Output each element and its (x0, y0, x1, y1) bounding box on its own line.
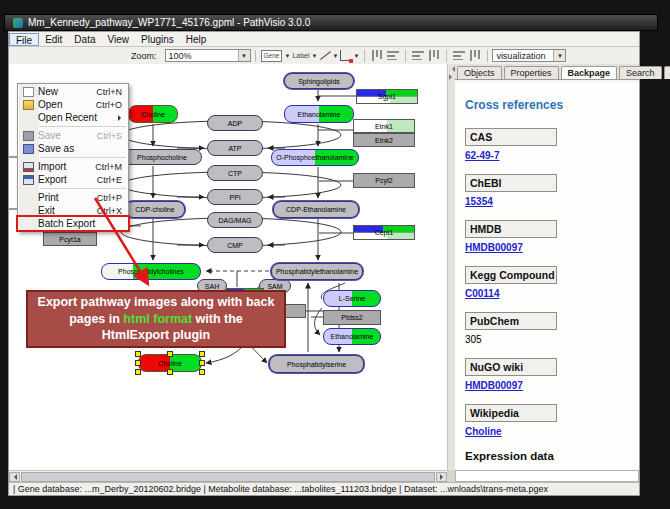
node-o-phosphoethanolamine[interactable]: O-Phosphoethanolamine (271, 149, 359, 166)
node-l-serine[interactable]: L-Serine (323, 290, 381, 307)
collapse-right-icon[interactable] (449, 74, 455, 80)
line-icon (319, 50, 330, 61)
node-pcyt1a[interactable]: Pcyt1a (43, 232, 97, 246)
node-cept1[interactable]: Cept1 (353, 225, 415, 240)
file-menu-item-open[interactable]: OpenCtrl+O (18, 98, 128, 111)
node-cdp-choline[interactable]: CDP-choline (125, 201, 185, 218)
visualization-combobox[interactable]: visualization ▼ (492, 49, 566, 62)
node-cmp[interactable]: CMP (207, 237, 263, 253)
xref-link[interactable]: 62-49-7 (465, 150, 629, 161)
line-tool-button[interactable]: ▼ (319, 49, 338, 63)
scrollbar-thumb[interactable] (21, 472, 435, 482)
node-pcyt2[interactable]: Pcyt2 (353, 173, 415, 188)
selection-handle[interactable] (135, 369, 141, 375)
node-ppi[interactable]: PPi (207, 189, 263, 205)
menu-edit[interactable]: Edit (39, 33, 68, 46)
xref-link[interactable]: C00114 (465, 288, 629, 299)
menu-file[interactable]: File (9, 33, 39, 46)
scroll-right-icon[interactable] (436, 472, 447, 482)
align-center-x-button[interactable] (370, 49, 384, 63)
tab-backpage[interactable]: Backpage (561, 66, 618, 79)
window-body: FileEditDataViewPluginsHelp Zoom: 100% ▼… (8, 31, 640, 496)
horizontal-scrollbar[interactable] (9, 470, 447, 482)
common-height-button[interactable] (468, 49, 482, 63)
xref-link[interactable]: HMDB00097 (465, 242, 629, 253)
node-phosphatidylethanolamine[interactable]: Phosphatidylethanolamine (271, 263, 363, 280)
open-icon (23, 100, 34, 110)
xref-title: Kegg Compound (465, 266, 557, 284)
node-ptdss2[interactable]: Ptdss2 (323, 310, 381, 325)
chevron-down-icon[interactable]: ▼ (238, 50, 250, 61)
menu-separator (40, 157, 126, 158)
node-adp[interactable]: ADP (207, 115, 263, 131)
selection-handle[interactable] (199, 360, 205, 366)
menu-plugins[interactable]: Plugins (135, 33, 180, 46)
selection-handle[interactable] (167, 351, 173, 357)
node-unlabeled-box[interactable] (284, 304, 306, 318)
collapse-left-icon[interactable] (449, 66, 455, 72)
node-ctp[interactable]: CTP (207, 165, 263, 181)
distribute-vertical-button[interactable] (427, 49, 441, 63)
xref-section-hmdb: HMDBHMDB00097 (465, 220, 629, 253)
xref-link[interactable]: Choline (465, 426, 629, 437)
tab-legend[interactable]: Legend (664, 66, 670, 79)
node-phosphatidylserine[interactable]: Phosphatidylserine (269, 355, 364, 373)
selection-handle[interactable] (135, 351, 141, 357)
node-atp[interactable]: ATP (207, 140, 263, 156)
xref-link[interactable]: 15354 (465, 196, 629, 207)
file-menu-item-open-recent[interactable]: Open Recent (18, 111, 128, 124)
side-panel: ObjectsPropertiesBackpageSearchLegend Cr… (455, 64, 639, 470)
menu-help[interactable]: Help (180, 33, 213, 46)
node-sphingolipids[interactable]: Sphingolipids (284, 73, 354, 89)
menu-item-shortcut: Ctrl+M (95, 162, 128, 172)
menu-data[interactable]: Data (68, 33, 101, 46)
node-phosphocholine[interactable]: Phosphocholine (122, 149, 202, 165)
node-dagmag[interactable]: DAG/MAG (207, 212, 263, 228)
title-bar[interactable]: Mm_Kennedy_pathway_WP1771_45176.gpml - P… (4, 14, 658, 31)
node-phosphatidylcholines[interactable]: Phosphatidylcholines (101, 263, 201, 280)
file-menu-item-print[interactable]: PrintCtrl+P (18, 191, 128, 204)
node-etnk2[interactable]: Etnk2 (353, 133, 415, 147)
align-center-y-button[interactable] (386, 49, 400, 63)
common-width-button[interactable] (452, 49, 466, 63)
file-menu-item-save[interactable]: SaveCtrl+S (18, 129, 128, 142)
panel-splitter[interactable] (447, 64, 455, 470)
node-cdp-ethanolamine[interactable]: CDP-Ethanolamine (273, 201, 359, 218)
file-menu-item-exit[interactable]: ExitCtrl+X (18, 204, 128, 217)
node-sgpl1[interactable]: Sgpl1 (356, 89, 418, 104)
selection-handle[interactable] (135, 360, 141, 366)
file-menu-item-export[interactable]: ExportCtrl+E (18, 173, 128, 186)
side-panel-tabs: ObjectsPropertiesBackpageSearchLegend (455, 64, 639, 80)
menu-item-label: Print (38, 192, 97, 203)
file-menu-item-import[interactable]: ImportCtrl+M (18, 160, 128, 173)
zoom-combobox[interactable]: 100% ▼ (165, 49, 251, 62)
node-ethanolamine-bottom[interactable]: Ethanolamine (323, 328, 381, 345)
xref-title: HMDB (465, 220, 557, 238)
menu-item-shortcut: Ctrl+S (97, 131, 128, 141)
screenshot-root: Mm_Kennedy_pathway_WP1771_45176.gpml - P… (0, 0, 670, 509)
selection-handle[interactable] (167, 369, 173, 375)
xref-title: CAS (465, 128, 557, 146)
tab-objects[interactable]: Objects (457, 66, 502, 79)
add-gene-button[interactable]: Gene ▼ (261, 49, 291, 63)
tab-properties[interactable]: Properties (504, 66, 559, 79)
selection-handle[interactable] (199, 369, 205, 375)
menu-view[interactable]: View (101, 33, 135, 46)
xref-title: PubChem (465, 312, 557, 330)
node-choline-top[interactable]: Choline (128, 105, 178, 123)
gene-tool-label: Gene (261, 50, 283, 62)
add-label-button[interactable]: Label ▼ (292, 49, 317, 63)
distribute-horizontal-button[interactable] (411, 49, 425, 63)
xref-link[interactable]: HMDB00097 (465, 380, 629, 391)
file-menu-item-save-as[interactable]: Save as (18, 142, 128, 155)
chevron-down-icon[interactable]: ▼ (553, 50, 565, 61)
file-menu-item-batch-export[interactable]: Batch Export (18, 217, 128, 230)
file-menu-item-new[interactable]: NewCtrl+N (18, 85, 128, 98)
scroll-left-icon[interactable] (9, 472, 20, 482)
selection-handle[interactable] (199, 351, 205, 357)
node-ethanolamine-top[interactable]: Ethanolamine (284, 105, 354, 123)
tab-search[interactable]: Search (619, 66, 662, 79)
toolbar: Zoom: 100% ▼ Gene ▼ Label ▼ ▼ ▼ (9, 47, 639, 65)
connector-tool-button[interactable]: ▼ (340, 49, 359, 63)
node-etnk1[interactable]: Etnk1 (353, 119, 415, 133)
